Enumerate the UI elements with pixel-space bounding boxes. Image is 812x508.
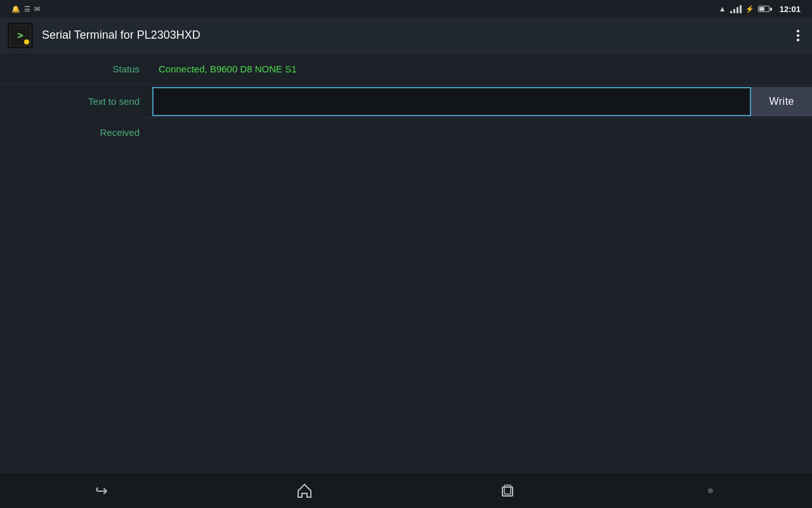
- home-icon: [296, 483, 313, 499]
- text-to-send-row: Text to send Write: [0, 85, 812, 118]
- icon-dot: [24, 39, 29, 44]
- left-status-icons: 🔔 ☰ ✉: [6, 5, 40, 13]
- main-content: Status Connected, B9600 D8 NONE S1 Text …: [0, 53, 812, 150]
- signal-icon: [730, 4, 742, 13]
- app-icon: [8, 23, 33, 48]
- nav-dot-button[interactable]: [691, 478, 730, 504]
- overflow-menu-button[interactable]: [792, 25, 804, 46]
- overflow-dots-icon: [797, 30, 799, 41]
- right-status-icons: ▲ ⚡ 12:01: [719, 4, 806, 14]
- received-content: [152, 118, 812, 144]
- app-title: Serial Terminal for PL2303HXD: [42, 29, 792, 42]
- text-to-send-input[interactable]: [152, 87, 751, 116]
- nav-home-button[interactable]: [285, 478, 324, 504]
- status-row: Status Connected, B9600 D8 NONE S1: [0, 53, 812, 85]
- status-label: Status: [0, 64, 152, 74]
- app-bar: Serial Terminal for PL2303HXD: [0, 18, 812, 53]
- list-icon: ☰: [24, 5, 30, 13]
- terminal-icon: [10, 25, 31, 46]
- nav-bar: ↩: [0, 472, 812, 508]
- back-icon: ↩: [95, 482, 108, 500]
- text-to-send-label: Text to send: [0, 96, 152, 107]
- charging-icon: ⚡: [745, 5, 754, 13]
- recents-icon: [501, 484, 514, 498]
- notification-icon: 🔔: [11, 5, 20, 13]
- received-label: Received: [0, 118, 152, 138]
- write-button[interactable]: Write: [751, 87, 812, 116]
- clock: 12:01: [780, 4, 801, 14]
- nav-back-button[interactable]: ↩: [82, 478, 121, 504]
- nav-recents-button[interactable]: [488, 478, 527, 504]
- status-value: Connected, B9600 D8 NONE S1: [152, 55, 812, 83]
- email-icon: ✉: [34, 5, 40, 13]
- wifi-icon: ▲: [719, 4, 726, 13]
- received-row: Received: [0, 118, 812, 150]
- status-bar: 🔔 ☰ ✉ ▲ ⚡ 12:01: [0, 0, 812, 18]
- battery-icon: [758, 6, 772, 12]
- nav-indicator-dot: [708, 488, 713, 493]
